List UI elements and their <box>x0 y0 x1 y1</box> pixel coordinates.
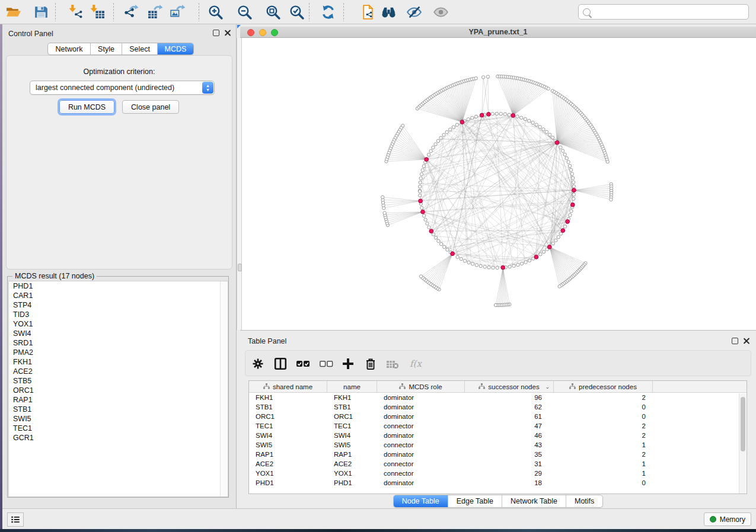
network-node[interactable] <box>492 266 495 269</box>
network-node[interactable] <box>569 213 572 216</box>
mcds-result-item[interactable]: STP4 <box>9 300 228 310</box>
clone-network-icon[interactable] <box>357 2 378 23</box>
table-row[interactable]: TEC1TEC1connector472 <box>249 421 747 431</box>
table-scrollbar-thumb[interactable] <box>741 397 745 451</box>
network-node[interactable] <box>381 196 384 198</box>
network-node[interactable] <box>401 124 404 127</box>
network-node[interactable] <box>424 218 427 221</box>
mcds-hub-node[interactable] <box>572 188 576 193</box>
tab-network-table[interactable]: Network Table <box>502 495 566 507</box>
tab-motifs[interactable]: Motifs <box>566 495 602 507</box>
table-row[interactable]: STB1STB1dominator620 <box>249 402 747 412</box>
network-node[interactable] <box>440 242 443 245</box>
network-node[interactable] <box>443 245 446 248</box>
select-all-columns-icon[interactable] <box>294 356 312 371</box>
mcds-result-item[interactable]: ORC1 <box>9 386 228 395</box>
open-file-icon[interactable] <box>2 2 24 23</box>
network-node[interactable] <box>496 266 499 269</box>
show-hidden-icon[interactable] <box>430 2 451 23</box>
network-node[interactable] <box>551 136 554 139</box>
import-table-file-icon[interactable] <box>86 2 107 23</box>
table-row[interactable]: FKH1FKH1dominator962 <box>249 393 747 402</box>
network-node[interactable] <box>455 123 458 126</box>
network-node[interactable] <box>474 115 477 118</box>
network-node[interactable] <box>460 258 462 261</box>
network-node[interactable] <box>421 169 424 172</box>
network-node[interactable] <box>481 76 484 79</box>
optimization-criterion-select[interactable]: largest connected component (undirected)… <box>30 81 215 95</box>
column-header-predecessor-nodes[interactable]: predecessor nodes <box>554 381 653 392</box>
network-node[interactable] <box>452 126 455 129</box>
export-image-icon[interactable] <box>167 2 188 23</box>
import-network-file-icon[interactable] <box>65 2 86 23</box>
table-row[interactable]: PHD1PHD1dominator180 <box>249 478 747 488</box>
mcds-hub-node[interactable] <box>451 252 455 256</box>
network-node[interactable] <box>520 262 523 265</box>
network-node[interactable] <box>524 261 527 264</box>
close-panel-icon[interactable] <box>224 29 231 37</box>
network-node[interactable] <box>538 126 541 129</box>
zoom-selected-region-icon[interactable] <box>286 2 307 23</box>
network-left-scrollbar-thumb[interactable] <box>238 264 242 271</box>
network-node[interactable] <box>512 264 515 267</box>
table-row[interactable]: SWI5SWI5connector431 <box>249 440 747 450</box>
mcds-result-item[interactable]: STB5 <box>9 376 228 386</box>
table-settings-icon[interactable] <box>249 356 267 371</box>
network-node[interactable] <box>427 153 430 156</box>
network-node[interactable] <box>572 181 575 184</box>
network-node[interactable] <box>606 160 609 163</box>
network-node[interactable] <box>420 172 423 175</box>
network-node[interactable] <box>420 206 423 209</box>
network-node[interactable] <box>419 185 422 188</box>
network-node[interactable] <box>426 222 429 225</box>
network-node[interactable] <box>432 146 435 149</box>
mcds-hub-node[interactable] <box>501 265 505 270</box>
tab-edge-table[interactable]: Edge Table <box>448 495 502 507</box>
close-panel-button[interactable]: Close panel <box>122 100 179 114</box>
network-node[interactable] <box>428 226 430 229</box>
network-node[interactable] <box>508 113 511 116</box>
delete-columns-icon[interactable] <box>362 356 379 371</box>
mcds-hub-node[interactable] <box>419 199 423 203</box>
network-node[interactable] <box>434 236 437 239</box>
network-node[interactable] <box>569 168 572 171</box>
network-node[interactable] <box>383 211 386 214</box>
network-node[interactable] <box>495 112 498 115</box>
network-node[interactable] <box>516 115 519 118</box>
network-node[interactable] <box>479 264 482 267</box>
network-node[interactable] <box>542 128 545 131</box>
network-left-scrollbar[interactable] <box>237 38 242 330</box>
mcds-hub-node[interactable] <box>566 220 570 224</box>
network-node[interactable] <box>516 263 519 266</box>
network-node[interactable] <box>439 136 442 139</box>
network-node[interactable] <box>503 113 506 116</box>
mcds-hub-node[interactable] <box>547 245 551 249</box>
network-node[interactable] <box>437 239 440 242</box>
column-header-shared-name[interactable]: shared name <box>249 381 327 392</box>
network-node[interactable] <box>528 119 531 122</box>
export-network-icon[interactable] <box>120 2 141 23</box>
network-node[interactable] <box>456 255 459 258</box>
mcds-result-item[interactable]: SWI4 <box>9 329 228 338</box>
network-node[interactable] <box>520 116 523 119</box>
network-node[interactable] <box>539 253 542 256</box>
zoom-in-icon[interactable] <box>205 2 226 23</box>
save-session-icon[interactable] <box>30 2 52 23</box>
network-node[interactable] <box>475 264 478 267</box>
mcds-result-item[interactable]: SWI5 <box>9 414 228 424</box>
zoom-out-icon[interactable] <box>234 2 255 23</box>
network-node[interactable] <box>483 265 486 268</box>
mcds-hub-node[interactable] <box>429 229 433 233</box>
table-row[interactable]: SWI4SWI4dominator462 <box>249 431 747 440</box>
network-node[interactable] <box>432 233 435 236</box>
mcds-result-item[interactable]: YOX1 <box>9 319 228 329</box>
network-node[interactable] <box>419 194 422 197</box>
network-node[interactable] <box>567 161 570 164</box>
network-node[interactable] <box>471 116 474 119</box>
hide-selected-icon[interactable] <box>403 2 425 23</box>
mcds-result-item[interactable]: CAR1 <box>9 291 228 300</box>
network-node[interactable] <box>471 262 474 265</box>
table-row[interactable]: YOX1YOX1connector291 <box>249 469 747 478</box>
mcds-result-item[interactable]: SRD1 <box>9 338 228 348</box>
network-node[interactable] <box>610 198 613 201</box>
